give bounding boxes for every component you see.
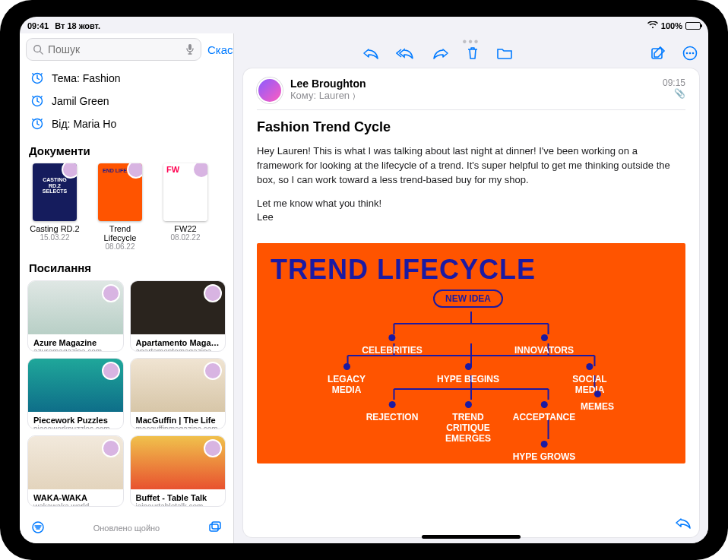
search-input[interactable] — [48, 43, 181, 55]
svg-point-12 — [689, 52, 692, 55]
battery-icon — [685, 22, 701, 30]
documents-row: Casting RD.215.03.22 Trend Lifecycle08.0… — [20, 160, 233, 257]
attachment-area: TREND LIFECYCLE — [243, 237, 699, 537]
wifi-icon — [647, 21, 658, 30]
filter-icon[interactable] — [30, 520, 46, 536]
mail-pane: ••• — [234, 33, 708, 543]
svg-line-1 — [40, 52, 43, 55]
svg-point-11 — [686, 52, 688, 55]
document-item[interactable]: Casting RD.215.03.22 — [29, 163, 81, 251]
suggestion-label: Від: Maria Ho — [52, 118, 116, 130]
search-sidebar: Скасувати Тема: Fashion Jamil Green Від:… — [20, 33, 234, 543]
mail-card: Lee Broughton Кому: Lauren ⟩ 09:15 📎 — [243, 68, 699, 537]
link-card[interactable]: Azure Magazineazuremagazine.com — [27, 280, 124, 352]
search-icon — [33, 44, 43, 55]
link-card[interactable]: Buffet - Table Talkjoinourtabletalk.com — [130, 435, 226, 507]
battery-pct: 100% — [661, 21, 682, 30]
suggestion-label: Jamil Green — [52, 95, 109, 107]
cancel-button[interactable]: Скасувати — [206, 43, 234, 56]
suggestion-item[interactable]: Від: Maria Ho — [20, 112, 233, 135]
to-line[interactable]: Кому: Lauren ⟩ — [290, 90, 655, 101]
sidebar-footer: Оновлено щойно — [20, 514, 233, 543]
attachment-image[interactable]: TREND LIFECYCLE — [257, 243, 685, 464]
status-bar: 09:41 Вт 18 жовт. 100% — [20, 17, 708, 32]
link-card[interactable]: WAKA-WAKAwakawaka.world — [27, 435, 124, 507]
mail-body: Hey Lauren! This is what I was talking a… — [243, 140, 699, 237]
section-documents-title: Документи — [20, 140, 233, 160]
status-time: 09:41 — [27, 21, 49, 30]
svg-point-13 — [692, 52, 695, 55]
link-card[interactable]: MacGuffin | The Lifemacguffinmagazine.co… — [130, 358, 226, 429]
sync-status: Оновлено щойно — [46, 524, 207, 533]
mail-subject: Fashion Trend Cycle — [243, 110, 699, 140]
avatar[interactable] — [257, 78, 283, 103]
document-item[interactable]: Trend Lifecycle08.06.22 — [94, 163, 146, 251]
section-links-title: Посилання — [20, 257, 233, 277]
chevron-right-icon: ⟩ — [353, 92, 356, 100]
compose-icon[interactable] — [650, 46, 666, 61]
status-date: Вт 18 жовт. — [55, 21, 100, 30]
reply-float-icon[interactable] — [675, 516, 692, 533]
multiwindow-icon[interactable] — [207, 520, 223, 536]
svg-rect-7 — [210, 524, 218, 531]
reply-all-icon[interactable] — [396, 46, 416, 60]
mail-time: 09:15 — [663, 78, 685, 88]
sender-name[interactable]: Lee Broughton — [290, 78, 655, 90]
device-frame: 09:41 Вт 18 жовт. 100% — [0, 0, 728, 560]
mail-header: Lee Broughton Кому: Lauren ⟩ 09:15 📎 — [243, 68, 699, 109]
links-grid: Azure Magazineazuremagazine.com Apartame… — [20, 277, 233, 514]
clock-icon — [30, 117, 44, 131]
suggestion-label: Тема: Fashion — [52, 72, 121, 84]
move-folder-icon[interactable] — [496, 46, 513, 60]
svg-rect-8 — [212, 522, 220, 529]
search-field[interactable] — [26, 38, 201, 61]
suggestion-item[interactable]: Jamil Green — [20, 90, 233, 112]
suggestion-item[interactable]: Тема: Fashion — [20, 67, 233, 90]
forward-icon[interactable] — [432, 46, 449, 60]
link-card[interactable]: Apartamento Maga…apartamentomagazine.c… — [130, 280, 226, 352]
mic-icon[interactable] — [185, 43, 195, 55]
clock-icon — [30, 94, 44, 108]
suggestions-list: Тема: Fashion Jamil Green Від: Maria Ho — [20, 65, 233, 140]
flow-node: NEW IDEA — [433, 289, 503, 308]
clock-icon — [30, 71, 44, 85]
svg-rect-2 — [188, 44, 191, 50]
multitask-dots-icon[interactable]: ••• — [463, 35, 480, 49]
link-card[interactable]: Piecework Puzzlespieceworkpuzzles.com — [27, 358, 124, 429]
reply-icon[interactable] — [362, 46, 379, 60]
more-icon[interactable] — [682, 46, 698, 61]
attachment-icon: 📎 — [663, 88, 685, 99]
poster-title: TREND LIFECYCLE — [271, 254, 672, 286]
screen: 09:41 Вт 18 жовт. 100% — [20, 17, 708, 543]
document-item[interactable]: FW2208.02.22 — [160, 163, 211, 251]
home-indicator[interactable] — [422, 535, 521, 539]
